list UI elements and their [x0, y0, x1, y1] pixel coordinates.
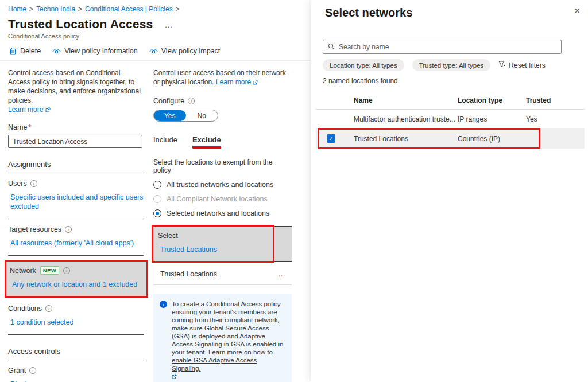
breadcrumb-home[interactable]: Home: [8, 5, 26, 13]
cell-name: Multifactor authentication truste...: [354, 115, 458, 123]
locations-table: Name Location type Trusted Multifactor a…: [316, 92, 585, 149]
delete-button[interactable]: Delete: [9, 47, 41, 55]
radio-label: All trusted networks and locations: [167, 181, 273, 189]
access-controls-header: Access controls: [8, 347, 144, 360]
network-description: Control user access based on their netwo…: [153, 68, 292, 87]
breadcrumb-conditional-access[interactable]: Conditional Access | Policies: [85, 5, 173, 13]
search-box[interactable]: [323, 40, 562, 54]
title-more-icon[interactable]: …: [164, 20, 173, 31]
table-row[interactable]: Multifactor authentication truste... IP …: [316, 110, 585, 128]
network-value-link[interactable]: Any network or location and 1 excluded: [12, 280, 143, 289]
breadcrumb-separator: >: [29, 5, 33, 13]
exclude-prompt: Select the locations to exempt from the …: [153, 158, 292, 174]
radio-all-trusted[interactable]: All trusted networks and locations: [153, 181, 292, 189]
radio-icon[interactable]: [153, 181, 161, 189]
select-networks-panel: Select networks ✕ Location type: All typ…: [311, 0, 588, 382]
view-policy-information-label: View policy information: [64, 47, 138, 55]
breadcrumb: Home>Techno India>Conditional Access | P…: [0, 0, 310, 13]
network-label: Network: [10, 267, 36, 275]
name-field-label: Name*: [8, 123, 144, 131]
page-subtitle: Conditional Access policy: [0, 31, 310, 40]
checkbox-checked[interactable]: ✓: [327, 134, 335, 143]
tab-include[interactable]: Include: [153, 135, 177, 149]
toggle-yes[interactable]: Yes: [154, 110, 186, 121]
conditions-label: Conditions: [8, 305, 42, 313]
select-box-highlighted: Select Trusted Locations: [153, 227, 292, 262]
grant-label: Grant: [8, 367, 26, 375]
external-link-icon: [253, 78, 258, 87]
network-condition-column: Control user access based on their netwo…: [153, 61, 292, 382]
required-asterisk: *: [28, 123, 31, 131]
configure-label: Configure: [153, 97, 184, 105]
conditions-value-link[interactable]: 1 condition selected: [10, 318, 144, 327]
cell-location-type: Countries (IP): [458, 135, 526, 143]
info-icon: i: [45, 305, 52, 312]
panel-title: Select networks: [311, 0, 588, 20]
column-header-location-type[interactable]: Location type: [458, 96, 526, 104]
main-area: Home>Techno India>Conditional Access | P…: [0, 0, 310, 382]
cell-name: Trusted Locations: [354, 135, 458, 143]
toggle-no[interactable]: No: [186, 110, 218, 121]
column-header-trusted[interactable]: Trusted: [526, 96, 585, 104]
info-icon: i: [188, 98, 195, 104]
annotation-red-frame: [152, 225, 274, 263]
gsa-signaling-link[interactable]: enable GSA Adaptive Access Signaling.: [172, 357, 257, 372]
view-policy-information-button[interactable]: View policy information: [52, 47, 138, 55]
view-policy-impact-button[interactable]: View policy impact: [149, 47, 220, 55]
grant-item[interactable]: Granti Block access: [8, 360, 144, 382]
radio-selected-networks[interactable]: Selected networks and locations: [153, 209, 292, 217]
table-row-selected[interactable]: ✓ Trusted Locations Countries (IP): [316, 128, 585, 149]
target-resources-item[interactable]: Target resourcesi All resources (formerl…: [8, 219, 144, 256]
reset-filters-button[interactable]: Reset filters: [498, 61, 545, 69]
network-item-highlighted[interactable]: Network NEW i Any network or location an…: [5, 260, 148, 298]
filter-clear-icon: [498, 61, 506, 69]
learn-more-link[interactable]: Learn more: [8, 106, 43, 114]
reset-filters-label: Reset filters: [509, 61, 545, 69]
radio-compliant-network: All Compliant Network locations: [153, 195, 292, 203]
column-header-name[interactable]: Name: [354, 96, 458, 104]
grant-value-link[interactable]: Block access: [10, 380, 144, 382]
configure-toggle[interactable]: Yes No: [153, 110, 218, 122]
radio-label: Selected networks and locations: [167, 209, 269, 217]
learn-more-link[interactable]: Learn more: [216, 78, 251, 86]
eye-icon: [52, 48, 61, 54]
radio-icon: [153, 195, 161, 203]
users-label: Users: [8, 180, 27, 188]
info-icon: i: [29, 367, 36, 374]
info-icon: i: [30, 180, 37, 187]
close-icon[interactable]: ✕: [574, 7, 581, 15]
target-resources-label: Target resources: [8, 225, 61, 233]
results-count: 2 named locations found: [323, 77, 398, 85]
search-input[interactable]: [339, 43, 556, 51]
breadcrumb-separator: >: [78, 5, 82, 13]
search-icon: [328, 42, 335, 52]
policy-description: Control access based on Conditional Acce…: [8, 68, 144, 115]
target-resources-value-link[interactable]: All resources (formerly 'All cloud apps'…: [10, 239, 144, 248]
excluded-location-row[interactable]: Trusted Locations …: [153, 263, 292, 285]
row-more-icon[interactable]: …: [278, 270, 287, 278]
filter-bar: Location type: All types Trusted type: A…: [323, 59, 546, 71]
selected-location-link[interactable]: Trusted Locations: [160, 245, 287, 254]
external-link-icon: [172, 373, 177, 381]
radio-icon-selected[interactable]: [153, 209, 161, 217]
conditions-item[interactable]: Conditionsi 1 condition selected: [8, 298, 144, 335]
delete-label: Delete: [20, 47, 41, 55]
external-link-icon: [45, 106, 51, 115]
tab-exclude[interactable]: Exclude: [192, 135, 221, 144]
page-title: Trusted Location Access: [8, 17, 153, 31]
trash-icon: [9, 47, 17, 55]
excluded-location-name: Trusted Locations: [160, 270, 217, 278]
trusted-type-filter-chip[interactable]: Trusted type: All types: [412, 59, 491, 71]
location-type-filter-chip[interactable]: Location type: All types: [323, 59, 404, 71]
users-item[interactable]: Usersi Specific users included and speci…: [8, 173, 144, 219]
cell-location-type: IP ranges: [458, 115, 526, 123]
cell-trusted: Yes: [526, 115, 585, 123]
users-value-link[interactable]: Specific users included and specific use…: [10, 193, 144, 211]
breadcrumb-tenant[interactable]: Techno India: [36, 5, 75, 13]
info-filled-icon: i: [160, 301, 167, 308]
policy-name-input[interactable]: [8, 135, 142, 148]
gsa-infobox: i To create a Conditional Access policy …: [153, 294, 292, 382]
view-policy-impact-label: View policy impact: [161, 47, 220, 55]
gsa-info-text: To create a Conditional Access policy en…: [172, 301, 283, 356]
eye-icon: [149, 48, 158, 54]
